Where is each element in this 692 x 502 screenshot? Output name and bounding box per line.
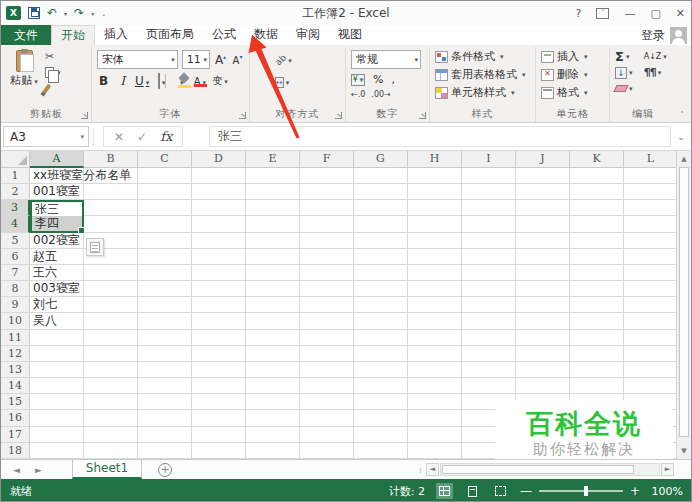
cell-G2[interactable] [354, 184, 408, 200]
cell-H5[interactable] [408, 233, 462, 249]
cell-E12[interactable] [246, 346, 300, 362]
cell-B17[interactable] [84, 427, 138, 443]
cell-G1[interactable] [354, 168, 408, 184]
cell-E15[interactable] [246, 394, 300, 410]
phonetic-guide-button[interactable]: 变 [212, 73, 228, 88]
cell-H12[interactable] [408, 346, 462, 362]
cell-D16[interactable] [192, 410, 246, 426]
cell-A7[interactable]: 王六 [30, 265, 84, 281]
cell-H8[interactable] [408, 281, 462, 297]
cell-I7[interactable] [462, 265, 516, 281]
cell-I6[interactable] [462, 249, 516, 265]
autosum-button[interactable]: Σ [615, 49, 637, 64]
cell-B18[interactable] [84, 443, 138, 459]
ribbon-display-options-icon[interactable]: ˄ [596, 8, 609, 19]
cell-C1[interactable] [138, 168, 192, 184]
percent-style-icon[interactable]: % [373, 73, 383, 86]
sheet-tab-sheet1[interactable]: Sheet1 [72, 460, 142, 479]
cell-E16[interactable] [246, 410, 300, 426]
cell-A2[interactable]: 001寝室 [30, 184, 84, 200]
insert-cells-button[interactable]: 插入 [541, 48, 604, 65]
cell-H10[interactable] [408, 313, 462, 329]
page-layout-view-icon[interactable] [464, 483, 481, 499]
cell-G11[interactable] [354, 330, 408, 346]
cell-E10[interactable] [246, 313, 300, 329]
number-dialog-launcher-icon[interactable] [419, 112, 426, 119]
insert-function-icon[interactable]: fx [160, 129, 172, 144]
tab-insert[interactable]: 插入 [95, 25, 137, 45]
row-header-15[interactable]: 15 [1, 394, 30, 410]
cell-H17[interactable] [408, 427, 462, 443]
collapse-ribbon-icon[interactable]: ˄ [680, 111, 684, 120]
align-middle-button[interactable] [261, 57, 265, 61]
cell-C11[interactable] [138, 330, 192, 346]
cell-L5[interactable] [624, 233, 678, 249]
page-break-view-icon[interactable] [492, 483, 509, 499]
cell-F16[interactable] [300, 410, 354, 426]
cell-E6[interactable] [246, 249, 300, 265]
copy-icon[interactable] [45, 66, 61, 79]
cell-F6[interactable] [300, 249, 354, 265]
number-format-dropdown-icon[interactable]: ▾ [414, 56, 418, 64]
cell-C6[interactable] [138, 249, 192, 265]
cell-H3[interactable] [408, 200, 462, 216]
cell-G10[interactable] [354, 313, 408, 329]
horizontal-scrollbar[interactable]: ⁞ ◄ ► [419, 462, 674, 477]
cell-I5[interactable] [462, 233, 516, 249]
tab-file[interactable]: 文件 [1, 25, 51, 45]
cell-K8[interactable] [570, 281, 624, 297]
redo-dropdown-icon[interactable]: ▾ [91, 10, 94, 17]
save-icon[interactable] [28, 7, 40, 19]
cell-H13[interactable] [408, 362, 462, 378]
align-left-button[interactable] [255, 79, 259, 83]
row-header-1[interactable]: 1 [1, 168, 30, 184]
cell-D12[interactable] [192, 346, 246, 362]
cell-B8[interactable] [84, 281, 138, 297]
cell-E1[interactable] [246, 168, 300, 184]
cell-J1[interactable] [516, 168, 570, 184]
sheet-nav-right-icon[interactable]: ► [35, 465, 42, 475]
cell-G13[interactable] [354, 362, 408, 378]
cell-G17[interactable] [354, 427, 408, 443]
cell-E9[interactable] [246, 297, 300, 313]
cell-H14[interactable] [408, 378, 462, 394]
cell-L6[interactable] [624, 249, 678, 265]
row-header-9[interactable]: 9 [1, 297, 30, 313]
confirm-entry-icon[interactable]: ✓ [137, 130, 147, 144]
cell-C5[interactable] [138, 233, 192, 249]
cell-A9[interactable]: 刘七 [30, 297, 84, 313]
font-color-button[interactable]: A [193, 74, 206, 88]
cell-L12[interactable] [624, 346, 678, 362]
vertical-scrollbar-thumb[interactable] [679, 167, 689, 437]
cell-L14[interactable] [624, 378, 678, 394]
cell-C12[interactable] [138, 346, 192, 362]
cell-D8[interactable] [192, 281, 246, 297]
format-as-table-button[interactable]: 套用表格格式 [435, 66, 530, 83]
cell-A3[interactable]: 张三 [30, 200, 84, 216]
align-right-button[interactable] [267, 79, 271, 83]
cell-C2[interactable] [138, 184, 192, 200]
cell-F4[interactable] [300, 216, 354, 232]
increase-decimal-icon[interactable]: ←.0 [351, 90, 365, 99]
cell-L7[interactable] [624, 265, 678, 281]
format-painter-icon[interactable] [45, 82, 61, 95]
bold-button[interactable]: B [97, 74, 110, 88]
row-header-7[interactable]: 7 [1, 265, 30, 281]
cell-F10[interactable] [300, 313, 354, 329]
cell-J14[interactable] [516, 378, 570, 394]
cell-H16[interactable] [408, 410, 462, 426]
cell-L11[interactable] [624, 330, 678, 346]
cell-A13[interactable] [30, 362, 84, 378]
cell-A1[interactable]: xx班寝室分布名单 [30, 168, 84, 184]
column-header-F[interactable]: F [300, 151, 354, 168]
cell-D15[interactable] [192, 394, 246, 410]
cell-G12[interactable] [354, 346, 408, 362]
cell-A14[interactable] [30, 378, 84, 394]
tab-formulas[interactable]: 公式 [203, 25, 245, 45]
cell-E3[interactable] [246, 200, 300, 216]
cell-G16[interactable] [354, 410, 408, 426]
cell-J4[interactable] [516, 216, 570, 232]
customize-qat-icon[interactable]: ⌄ [101, 10, 106, 17]
cell-E18[interactable] [246, 443, 300, 459]
cell-G5[interactable] [354, 233, 408, 249]
